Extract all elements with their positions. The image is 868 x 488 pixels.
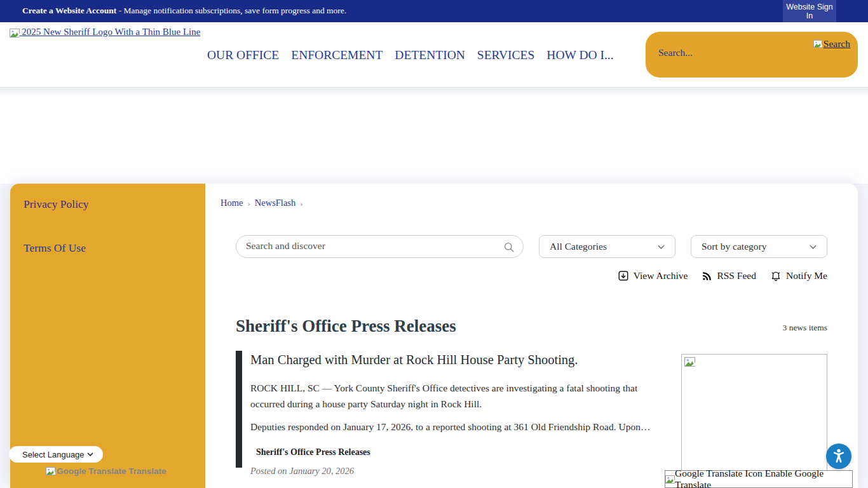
archive-icon (618, 270, 629, 281)
news-paragraph: Deputies responded on January 17, 2026, … (250, 421, 670, 433)
create-account-link[interactable]: Create a Website Account (22, 6, 116, 15)
header-divider (0, 88, 868, 97)
header-search-submit[interactable]: Search (813, 38, 850, 50)
main-nav: OUR OFFICE ENFORCEMENT DETENTION SERVICE… (207, 22, 614, 88)
breadcrumb-separator: › (247, 198, 250, 208)
breadcrumb: Home›NewsFlash› (220, 198, 308, 208)
search-icon[interactable] (503, 241, 515, 254)
broken-image-icon (46, 467, 55, 475)
breadcrumb-home[interactable]: Home (220, 198, 243, 208)
news-search-input[interactable] (246, 240, 494, 252)
sort-select[interactable]: Sort by category (691, 235, 827, 258)
news-category-link[interactable]: Sheriff's Office Press Releases (256, 447, 370, 458)
language-select-value: Select Language (22, 450, 85, 459)
broken-image-icon (665, 475, 675, 484)
sidebar: Privacy Policy Terms Of Use Select Langu… (10, 184, 205, 488)
broken-image-icon (10, 25, 20, 41)
news-search-box (236, 235, 524, 258)
enable-google-translate-bar[interactable]: Google Translate Icon Enable Google Tran… (665, 470, 853, 488)
translate-credit-text: Google Translate Translate (57, 466, 166, 476)
content-card: Privacy Policy Terms Of Use Select Langu… (10, 184, 858, 488)
nav-services[interactable]: SERVICES (477, 48, 535, 62)
broken-image-icon (813, 40, 822, 48)
header-search-input[interactable] (658, 47, 785, 58)
chevron-down-icon (808, 242, 818, 252)
accessibility-button[interactable] (826, 444, 851, 469)
sidebar-item-privacy-policy[interactable]: Privacy Policy (24, 198, 89, 211)
nav-how-do-i[interactable]: HOW DO I... (546, 48, 613, 62)
breadcrumb-newsflash[interactable]: NewsFlash (255, 198, 295, 208)
site-logo-link[interactable]: 2025 New Sheriff Logo With a Thin Blue L… (9, 24, 201, 41)
rss-feed-link[interactable]: RSS Feed (702, 270, 756, 281)
news-headline[interactable]: Man Charged with Murder at Rock Hill Hou… (250, 353, 578, 367)
top-utility-bar: Create a Website Account - Manage notifi… (0, 0, 868, 22)
logo-alt-text: 2025 New Sheriff Logo With a Thin Blue L… (22, 27, 200, 37)
nav-detention[interactable]: DETENTION (395, 48, 465, 62)
chevron-down-icon (86, 451, 94, 458)
news-paragraph: ROCK HILL, SC — York County Sheriff's Of… (250, 381, 665, 412)
category-select-value: All Categories (550, 241, 607, 252)
site-header: 2025 New Sheriff Logo With a Thin Blue L… (0, 22, 868, 88)
nav-our-office[interactable]: OUR OFFICE (207, 48, 279, 62)
sort-select-value: Sort by category (702, 241, 766, 252)
news-count: 3 news items (10, 323, 827, 333)
website-sign-in-button[interactable]: Website Sign In (783, 0, 836, 22)
news-item-accent-bar (236, 351, 242, 468)
view-archive-link[interactable]: View Archive (618, 270, 688, 281)
accessibility-icon (830, 447, 848, 465)
bell-icon (770, 270, 782, 281)
language-select[interactable]: Select Language (9, 446, 103, 463)
sidebar-item-terms-of-use[interactable]: Terms Of Use (24, 241, 86, 255)
rss-icon (702, 271, 712, 281)
broken-image-icon (684, 357, 695, 367)
chevron-down-icon (656, 242, 666, 252)
news-posted-date: Posted on January 20, 2026 (250, 466, 354, 477)
google-translate-credit: Google Translate Translate (46, 466, 166, 476)
category-select[interactable]: All Categories (539, 235, 675, 258)
account-tagline: - Manage notification subscriptions, sav… (116, 6, 346, 15)
breadcrumb-separator: › (300, 198, 302, 208)
create-account-text: Create a Website Account - Manage notifi… (22, 6, 346, 16)
notify-me-link[interactable]: Notify Me (770, 270, 827, 281)
news-actions: View Archive RSS Feed Notify Me (10, 270, 827, 281)
nav-enforcement[interactable]: ENFORCEMENT (291, 48, 383, 62)
header-search-box: Search (646, 32, 858, 78)
enable-translate-label: Google Translate Icon Enable Google Tran… (675, 468, 852, 488)
